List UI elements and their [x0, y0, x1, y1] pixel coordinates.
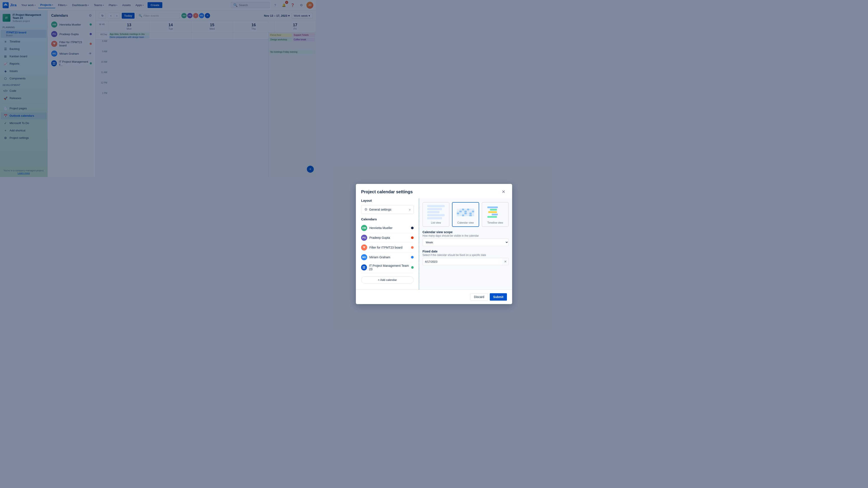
modal-overlay: Project calendar settings ✕ Layout ⚙ Gen…: [0, 0, 316, 177]
